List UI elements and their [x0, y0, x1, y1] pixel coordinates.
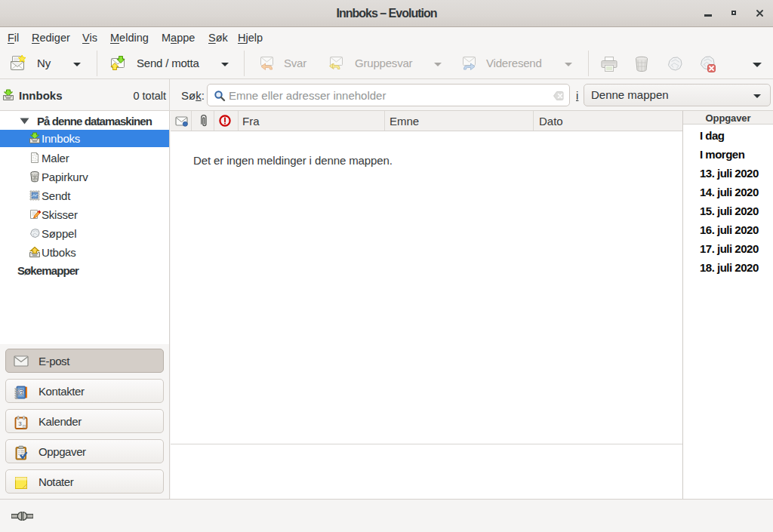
svg-text:3: 3	[18, 420, 22, 427]
svg-text:@: @	[17, 389, 24, 396]
